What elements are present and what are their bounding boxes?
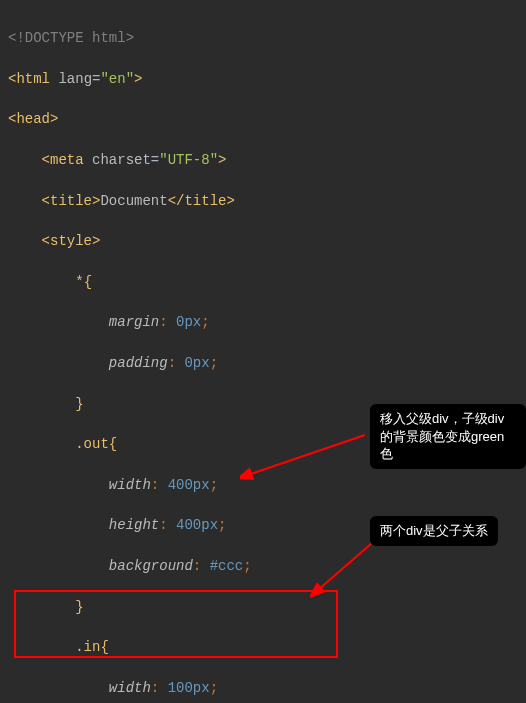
code-line: *{ xyxy=(8,272,518,292)
prop-width: width xyxy=(109,477,151,493)
prop-padding: padding xyxy=(109,355,168,371)
prop-width-b: width xyxy=(109,680,151,696)
val-ccc: #ccc xyxy=(210,558,244,574)
code-block: <!DOCTYPE html> <html lang="en"> <head> … xyxy=(8,8,518,703)
doctype-keyword: DOCTYPE xyxy=(25,30,84,46)
val-0px-b: 0px xyxy=(184,355,209,371)
code-line: width: 400px; xyxy=(8,475,518,495)
doctype-open: <! xyxy=(8,30,25,46)
head-tag: head xyxy=(16,111,50,127)
title-open: title xyxy=(50,193,92,209)
lang-val: "en" xyxy=(100,71,134,87)
code-line: .in{ xyxy=(8,637,518,657)
code-line: } xyxy=(8,597,518,617)
title-text: Document xyxy=(100,193,167,209)
code-line: <title>Document</title> xyxy=(8,191,518,211)
html-tag: html xyxy=(16,71,50,87)
style-open: style xyxy=(50,233,92,249)
code-line: <style> xyxy=(8,231,518,251)
prop-margin: margin xyxy=(109,314,159,330)
val-0px: 0px xyxy=(176,314,201,330)
val-400b: 400px xyxy=(176,517,218,533)
meta-tag: meta xyxy=(50,152,84,168)
code-line: background: #ccc; xyxy=(8,556,518,576)
code-line: width: 100px; xyxy=(8,678,518,698)
code-line: padding: 0px; xyxy=(8,353,518,373)
prop-bg: background xyxy=(109,558,193,574)
val-400: 400px xyxy=(168,477,210,493)
code-line: <head> xyxy=(8,109,518,129)
code-line: <meta charset="UTF-8"> xyxy=(8,150,518,170)
code-line: <!DOCTYPE html> xyxy=(8,28,518,48)
doctype-close: > xyxy=(126,30,134,46)
prop-height: height xyxy=(109,517,159,533)
sel-in: .in xyxy=(75,639,100,655)
title-close: title xyxy=(184,193,226,209)
code-line: <html lang="en"> xyxy=(8,69,518,89)
sel-out: .out xyxy=(75,436,109,452)
lang-attr: lang xyxy=(58,71,92,87)
annotation-2: 两个div是父子关系 xyxy=(370,516,498,546)
sel-star: * xyxy=(75,274,83,290)
charset-val: "UTF-8" xyxy=(159,152,218,168)
annotation-1: 移入父级div，子级div的背景颜色变成green色 xyxy=(370,404,526,469)
charset-attr: charset xyxy=(92,152,151,168)
val-100: 100px xyxy=(168,680,210,696)
doctype-value: html xyxy=(92,30,126,46)
code-line: margin: 0px; xyxy=(8,312,518,332)
